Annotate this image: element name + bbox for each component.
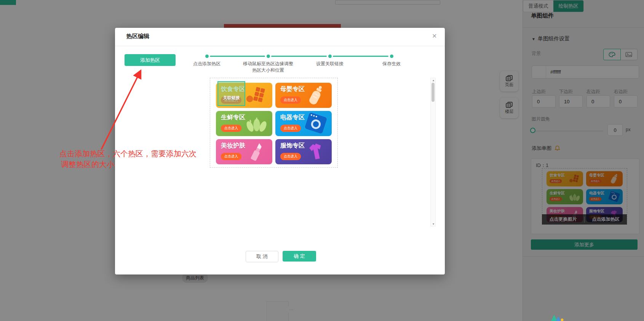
promo-tile-美妆护肤[interactable]: 美妆护肤点击进入 [216, 139, 272, 164]
tile-badge: 点击进入 [221, 153, 241, 160]
baby-bottle-icon [301, 84, 331, 106]
clothes-icon [301, 141, 331, 163]
hotspot-edit-modal: 热区编辑 ✕ 添加热区 点击添加热区移动鼠标至热区边缘调整热区大小和位置设置关联… [115, 28, 445, 274]
hotspot-rectangle[interactable]: 关联链接 [217, 81, 245, 106]
add-hotspot-button[interactable]: 添加热区 [125, 54, 176, 66]
washing-machine-icon [301, 112, 331, 135]
step-label-1: 点击添加热区 [178, 61, 235, 67]
modal-header-divider [115, 46, 445, 46]
page-builder-app: 商品列表 ⋯ 页面楼层 单图组件 ▼单图组件设置 背景 #ffffff 上边距下… [0, 0, 644, 321]
close-icon[interactable]: ✕ [432, 33, 437, 39]
step-label-4: 保存生效 [363, 61, 420, 67]
step-dot-4 [390, 55, 393, 58]
vegetables-icon [242, 112, 272, 135]
step-dot-1 [205, 55, 209, 58]
modal-title: 热区编辑 [126, 33, 149, 40]
food-icon [242, 84, 272, 106]
lipstick-icon [242, 141, 272, 163]
cancel-button[interactable]: 取 消 [246, 251, 278, 262]
promo-tile-生鲜专区[interactable]: 生鲜专区点击进入 [216, 111, 272, 136]
step-dot-3 [328, 55, 332, 58]
modal-scrollbar[interactable]: ▲ ▼ [430, 78, 436, 226]
step-label-2: 移动鼠标至热区边缘调整热区大小和位置 [241, 61, 295, 74]
tile-badge: 点击进入 [221, 125, 241, 132]
tile-badge: 点击进入 [280, 125, 301, 132]
hotspot-image-frame[interactable]: 饮食专区点击进入母婴专区点击进入生鲜专区点击进入电器专区点击进入美妆护肤点击进入… [210, 78, 338, 168]
tile-badge: 点击进入 [280, 153, 301, 160]
step-dot-2 [267, 55, 270, 58]
hotspot-link-label: 关联链接 [219, 95, 244, 101]
promo-tile-服饰专区[interactable]: 服饰专区点击进入 [275, 139, 332, 164]
step-connector [210, 56, 265, 57]
scrollbar-thumb[interactable] [431, 83, 435, 102]
step-label-3: 设置关联链接 [301, 61, 358, 67]
promo-tile-母婴专区[interactable]: 母婴专区点击进入 [275, 83, 332, 108]
confirm-button[interactable]: 确 定 [283, 251, 316, 262]
promo-tile-电器专区[interactable]: 电器专区点击进入 [275, 111, 332, 136]
builder-watermark-logo [550, 315, 566, 321]
tile-badge: 点击进入 [280, 96, 301, 104]
step-connector [271, 56, 327, 57]
scroll-down-icon[interactable]: ▼ [431, 223, 435, 225]
scroll-up-icon[interactable]: ▲ [431, 79, 435, 82]
step-connector [333, 56, 388, 57]
